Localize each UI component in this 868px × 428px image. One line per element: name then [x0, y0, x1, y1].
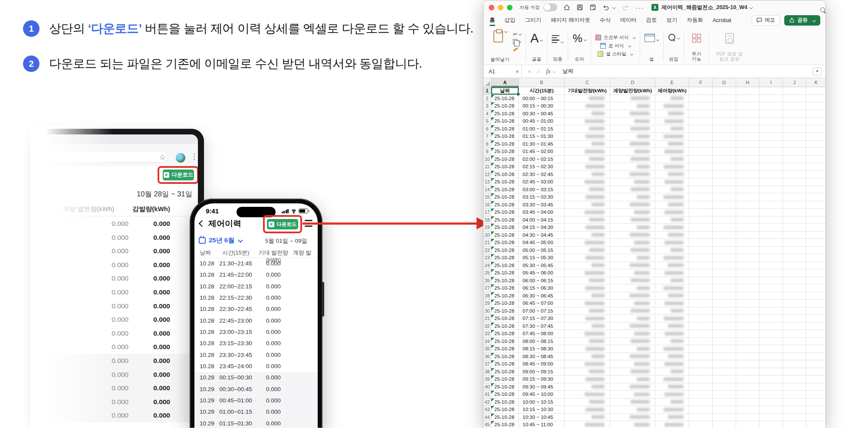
- empty-cell[interactable]: [783, 95, 806, 103]
- empty-cell[interactable]: [806, 156, 826, 163]
- empty-cell[interactable]: [689, 102, 713, 110]
- time-cell[interactable]: 03:45 ~ 04:00: [519, 209, 565, 216]
- time-cell[interactable]: 06:00 ~ 06:15: [519, 277, 565, 285]
- font-button[interactable]: A: [530, 32, 542, 45]
- empty-cell[interactable]: [689, 163, 713, 171]
- row-number[interactable]: 31: [483, 315, 491, 323]
- empty-cell[interactable]: [689, 140, 713, 148]
- redacted-value-cell[interactable]: [655, 399, 689, 406]
- date-cell[interactable]: 25-10-28: [491, 307, 519, 315]
- redacted-value-cell[interactable]: [565, 421, 610, 428]
- empty-cell[interactable]: [736, 171, 760, 179]
- redacted-value-cell[interactable]: [610, 315, 655, 323]
- redacted-value-cell[interactable]: [610, 307, 655, 315]
- empty-cell[interactable]: [806, 140, 826, 148]
- browser-profile-avatar[interactable]: [176, 153, 185, 163]
- redacted-value-cell[interactable]: [610, 330, 655, 338]
- edit-button[interactable]: [668, 34, 680, 42]
- row-number[interactable]: 36: [483, 353, 491, 361]
- empty-cell[interactable]: [736, 330, 760, 338]
- row-number[interactable]: 42: [483, 399, 491, 406]
- redacted-value-cell[interactable]: [610, 323, 655, 330]
- empty-cell[interactable]: [760, 133, 783, 140]
- empty-cell[interactable]: [689, 254, 713, 262]
- empty-cell[interactable]: [736, 323, 760, 330]
- empty-cell[interactable]: [760, 284, 783, 292]
- date-cell[interactable]: 25-10-28: [491, 232, 519, 239]
- empty-cell[interactable]: [783, 414, 806, 421]
- ribbon-tab-4[interactable]: 페이지 레이아웃: [551, 15, 590, 26]
- close-window-button[interactable]: [489, 5, 494, 10]
- empty-cell[interactable]: [806, 95, 826, 103]
- redacted-value-cell[interactable]: [565, 163, 610, 171]
- redacted-value-cell[interactable]: [610, 186, 655, 194]
- time-cell[interactable]: 10:45 ~ 11:00: [519, 421, 565, 428]
- redacted-value-cell[interactable]: [655, 376, 689, 383]
- empty-cell[interactable]: [783, 406, 806, 414]
- empty-cell[interactable]: [783, 87, 806, 95]
- row-number[interactable]: 8: [483, 140, 491, 148]
- redacted-value-cell[interactable]: [565, 110, 610, 118]
- ribbon-tab-2[interactable]: 삽입: [505, 15, 516, 26]
- empty-cell[interactable]: [783, 254, 806, 262]
- empty-cell[interactable]: [760, 178, 783, 186]
- redacted-value-cell[interactable]: [565, 209, 610, 216]
- empty-cell[interactable]: [713, 118, 736, 125]
- time-cell[interactable]: 07:30 ~ 07:45: [519, 323, 565, 330]
- ribbon-tab-9[interactable]: 자동화: [687, 15, 703, 26]
- date-cell[interactable]: 25-10-28: [491, 315, 519, 323]
- share-button[interactable]: 공유: [784, 15, 820, 26]
- time-cell[interactable]: 01:15 ~ 01:30: [519, 133, 565, 140]
- redacted-value-cell[interactable]: [655, 163, 689, 171]
- empty-cell[interactable]: [689, 133, 713, 140]
- empty-cell[interactable]: [689, 353, 713, 361]
- redacted-value-cell[interactable]: [610, 360, 655, 368]
- empty-cell[interactable]: [736, 284, 760, 292]
- time-cell[interactable]: 02:30 ~ 02:45: [519, 171, 565, 179]
- time-cell[interactable]: 00:30 ~ 00:45: [519, 110, 565, 118]
- empty-cell[interactable]: [760, 391, 783, 399]
- redacted-value-cell[interactable]: [610, 247, 655, 255]
- time-cell[interactable]: 00:45 ~ 01:00: [519, 118, 565, 125]
- empty-cell[interactable]: [806, 315, 826, 323]
- ribbon-tab-6[interactable]: 데이터: [620, 15, 637, 26]
- redacted-value-cell[interactable]: [655, 201, 689, 209]
- redacted-value-cell[interactable]: [655, 156, 689, 163]
- time-cell[interactable]: 09:00 ~ 09:15: [519, 368, 565, 376]
- time-cell[interactable]: 00:00 ~ 00:15: [519, 95, 565, 103]
- cell-styles-button[interactable]: 셀 스타일: [598, 51, 633, 57]
- date-cell[interactable]: 25-10-28: [491, 193, 519, 201]
- redacted-value-cell[interactable]: [610, 209, 655, 216]
- empty-cell[interactable]: [760, 216, 783, 224]
- copy-button[interactable]: [513, 39, 521, 44]
- date-cell[interactable]: 25-10-28: [491, 95, 519, 103]
- redacted-value-cell[interactable]: [610, 254, 655, 262]
- redacted-value-cell[interactable]: [565, 345, 610, 353]
- redacted-value-cell[interactable]: [565, 140, 610, 148]
- column-header-A[interactable]: A: [491, 78, 519, 87]
- empty-cell[interactable]: [806, 383, 826, 391]
- cancel-icon[interactable]: ×: [528, 68, 531, 75]
- time-cell[interactable]: 01:30 ~ 01:45: [519, 140, 565, 148]
- time-cell[interactable]: 06:30 ~ 06:45: [519, 292, 565, 300]
- time-cell[interactable]: 03:30 ~ 03:45: [519, 201, 565, 209]
- row-number[interactable]: 45: [483, 421, 491, 428]
- redacted-value-cell[interactable]: [655, 338, 689, 346]
- empty-cell[interactable]: [806, 345, 826, 353]
- empty-cell[interactable]: [689, 125, 713, 133]
- month-filter[interactable]: 25년 6월: [209, 236, 234, 245]
- empty-cell[interactable]: [783, 338, 806, 346]
- redacted-value-cell[interactable]: [565, 300, 610, 307]
- time-cell[interactable]: 08:00 ~ 08:15: [519, 338, 565, 346]
- empty-cell[interactable]: [760, 368, 783, 376]
- empty-cell[interactable]: [806, 178, 826, 186]
- empty-cell[interactable]: [760, 125, 783, 133]
- empty-cell[interactable]: [806, 110, 826, 118]
- time-cell[interactable]: 08:30 ~ 08:45: [519, 353, 565, 361]
- empty-cell[interactable]: [760, 376, 783, 383]
- empty-cell[interactable]: [713, 323, 736, 330]
- time-cell[interactable]: 07:45 ~ 08:00: [519, 330, 565, 338]
- date-cell[interactable]: 25-10-28: [491, 414, 519, 421]
- empty-cell[interactable]: [760, 262, 783, 270]
- empty-cell[interactable]: [760, 353, 783, 361]
